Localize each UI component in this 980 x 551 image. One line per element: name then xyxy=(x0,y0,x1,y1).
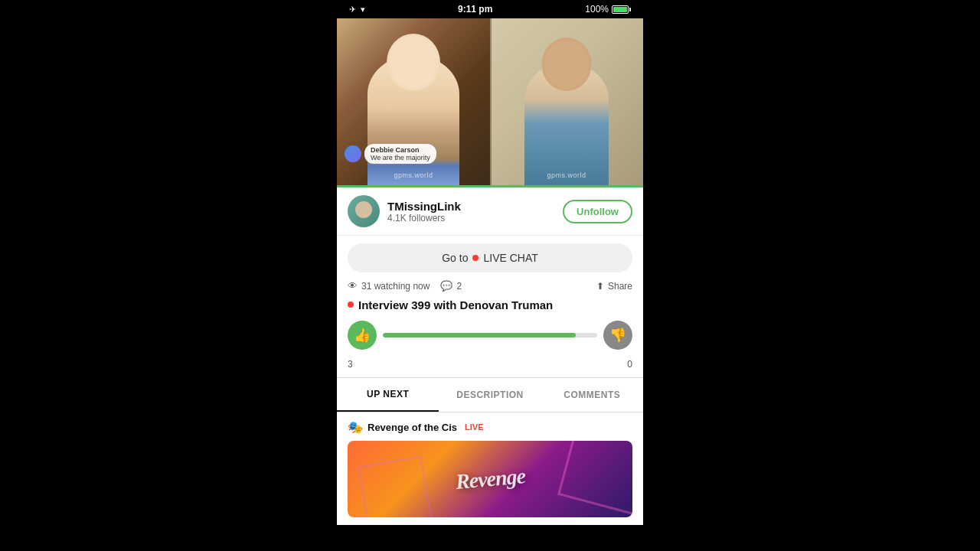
live-chat-label-suffix: LIVE CHAT xyxy=(483,252,537,264)
battery-percent: 100% xyxy=(585,4,609,15)
up-next-thumbnail[interactable]: Revenge xyxy=(348,441,632,517)
video-area[interactable]: Debbie Carson We are the majority gpms.w… xyxy=(337,18,643,185)
live-badge: LIVE xyxy=(465,422,483,432)
video-right-feed xyxy=(490,18,643,185)
airplane-icon: ✈ xyxy=(349,5,356,15)
vote-counts-row: 3 0 xyxy=(337,359,643,377)
comment-message: We are the majority xyxy=(371,154,430,161)
live-chat-button[interactable]: Go to LIVE CHAT xyxy=(348,243,632,272)
channel-name: TMissingLink xyxy=(387,200,563,213)
watermark-right: gpms.world xyxy=(490,171,643,179)
video-divider xyxy=(490,18,492,185)
share-icon: ⬆ xyxy=(596,281,604,292)
like-button[interactable]: 👍 xyxy=(348,321,377,350)
channel-avatar xyxy=(348,195,380,227)
comment-avatar xyxy=(345,145,361,162)
channel-header: TMissingLink 4.1K followers Unfollow xyxy=(337,187,643,236)
comments-stat: 💬 2 xyxy=(440,280,462,292)
live-chat-label-go: Go to xyxy=(442,252,468,264)
watermark-left: gpms.world xyxy=(337,171,490,179)
unfollow-button[interactable]: Unfollow xyxy=(563,200,632,223)
thumbs-down-icon: 👎 xyxy=(609,327,626,344)
up-next-channel-row: 🎭 Revenge of the Cis LIVE xyxy=(348,420,632,435)
eye-icon: 👁 xyxy=(348,280,358,292)
channel-info: TMissingLink 4.1K followers xyxy=(387,200,563,223)
vote-bar-fill xyxy=(383,333,576,337)
live-dot-title-icon xyxy=(348,302,354,308)
stats-row: 👁 31 watching now 💬 2 ⬆ Share xyxy=(337,280,643,298)
share-button[interactable]: ⬆ Share xyxy=(596,281,632,292)
watching-count: 31 watching now xyxy=(361,281,430,292)
status-battery: 100% xyxy=(585,4,631,15)
comments-count: 2 xyxy=(456,281,462,292)
like-count: 3 xyxy=(348,359,353,370)
up-next-channel-name: Revenge of the Cis xyxy=(368,422,457,433)
status-time: 9:11 pm xyxy=(458,4,492,15)
vote-bar xyxy=(383,333,597,337)
stream-title-row: Interview 399 with Denovan Truman xyxy=(337,298,643,321)
status-icons: ✈ ▾ xyxy=(349,5,365,15)
dislike-count: 0 xyxy=(627,359,632,370)
up-next-section: 🎭 Revenge of the Cis LIVE Revenge xyxy=(337,412,643,525)
tab-comments[interactable]: COMMENTS xyxy=(541,378,643,412)
comment-overlay: Debbie Carson We are the majority xyxy=(345,144,436,164)
tab-description[interactable]: DESCRIPTION xyxy=(439,378,541,412)
share-label: Share xyxy=(608,281,632,292)
comment-icon: 💬 xyxy=(440,280,452,292)
status-bar: ✈ ▾ 9:11 pm 100% xyxy=(337,0,643,18)
live-dot-icon xyxy=(472,255,479,261)
up-next-emoji: 🎭 xyxy=(348,420,363,435)
tab-up-next[interactable]: UP NEXT xyxy=(337,378,439,412)
content-area: TMissingLink 4.1K followers Unfollow Go … xyxy=(337,187,643,525)
comment-bubble: Debbie Carson We are the majority xyxy=(364,144,436,164)
thumbs-up-icon: 👍 xyxy=(354,327,371,344)
stream-title-text: Interview 399 with Denovan Truman xyxy=(358,298,553,313)
wifi-icon: ▾ xyxy=(361,5,365,15)
thumbnail-text: Revenge xyxy=(454,464,525,494)
watching-stat: 👁 31 watching now xyxy=(348,280,430,292)
tabs-bar: UP NEXT DESCRIPTION COMMENTS xyxy=(337,377,643,412)
channel-followers: 4.1K followers xyxy=(387,213,563,223)
comment-username: Debbie Carson xyxy=(371,146,430,154)
dislike-button[interactable]: 👎 xyxy=(603,321,632,350)
battery-icon xyxy=(612,5,631,14)
vote-row: 👍 👎 xyxy=(337,321,643,359)
